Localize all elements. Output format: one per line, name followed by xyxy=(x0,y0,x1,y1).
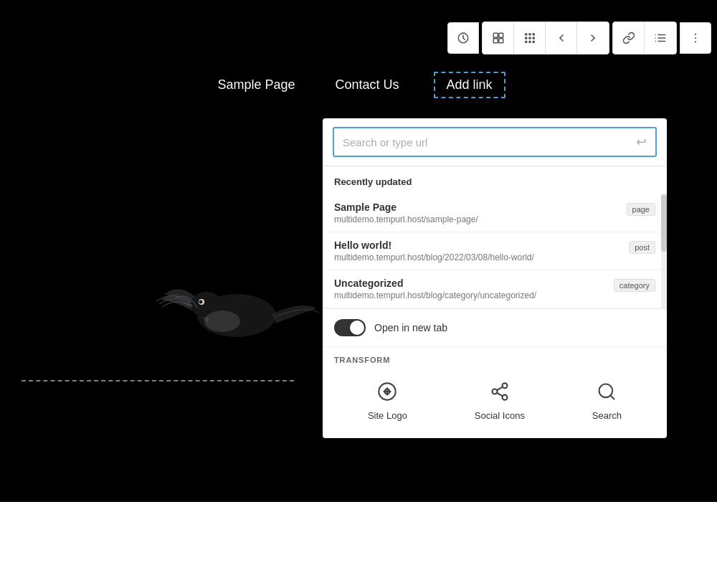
svg-point-20 xyxy=(528,41,530,42)
link-list-container: Sample Page multidemo.tempurl.host/sampl… xyxy=(323,194,667,308)
site-logo-label: Site Logo xyxy=(368,410,407,421)
section-title: Recently updated xyxy=(334,176,655,187)
nav-add-link[interactable]: Add link xyxy=(434,72,505,98)
list-icon-btn[interactable] xyxy=(645,22,676,54)
transform-search[interactable]: Search xyxy=(578,373,636,427)
list-item[interactable]: Sample Page multidemo.tempurl.host/sampl… xyxy=(323,194,667,232)
link-icon-btn[interactable] xyxy=(613,22,645,54)
dashed-line xyxy=(22,380,294,381)
svg-point-3 xyxy=(199,300,203,304)
toolbar xyxy=(447,22,711,54)
url-search-input[interactable] xyxy=(343,136,636,148)
scrollbar-track xyxy=(661,194,667,308)
svg-point-4 xyxy=(204,310,240,332)
svg-point-17 xyxy=(528,37,530,39)
forward-icon-btn[interactable] xyxy=(577,22,609,54)
open-new-tab-toggle[interactable] xyxy=(334,319,366,336)
scrollbar-thumb[interactable] xyxy=(661,194,667,252)
list-item[interactable]: Uncategorized multidemo.tempurl.host/blo… xyxy=(323,270,667,308)
svg-point-29 xyxy=(695,37,696,39)
timer-toolbar-btn[interactable] xyxy=(447,22,479,54)
nav-toolbar-group xyxy=(482,22,609,54)
link-title: Hello world! xyxy=(334,240,622,251)
link-badge: page xyxy=(627,203,655,216)
more-options-btn[interactable] xyxy=(680,22,711,54)
transform-social-icons[interactable]: Social Icons xyxy=(460,373,539,427)
svg-point-16 xyxy=(525,37,526,39)
svg-rect-12 xyxy=(498,39,503,43)
search-transform-icon xyxy=(594,379,619,404)
link-info: Sample Page multidemo.tempurl.host/sampl… xyxy=(334,201,619,224)
transform-title: TRANSFORM xyxy=(334,356,655,364)
block-icon-btn[interactable] xyxy=(483,22,514,54)
svg-rect-10 xyxy=(498,33,503,37)
transform-section: TRANSFORM Site Logo xyxy=(323,346,667,438)
svg-point-14 xyxy=(528,34,530,35)
nav-bar: Sample Page Contact Us Add link xyxy=(0,72,717,98)
svg-line-39 xyxy=(497,387,503,391)
social-icons-label: Social Icons xyxy=(475,410,525,421)
link-info: Uncategorized multidemo.tempurl.host/blo… xyxy=(334,278,607,300)
link-list: Sample Page multidemo.tempurl.host/sampl… xyxy=(323,194,667,308)
svg-line-7 xyxy=(463,38,465,39)
social-icons-icon xyxy=(487,379,513,404)
svg-point-19 xyxy=(525,41,526,42)
transform-items: Site Logo Social Icons xyxy=(334,373,655,438)
toggle-knob xyxy=(350,321,364,335)
return-icon: ↩ xyxy=(636,134,647,150)
svg-point-15 xyxy=(533,34,534,35)
white-bottom-section xyxy=(0,502,717,588)
svg-point-13 xyxy=(525,34,526,35)
list-item[interactable]: Hello world! multidemo.tempurl.host/blog… xyxy=(323,232,667,270)
back-icon-btn[interactable] xyxy=(546,22,577,54)
nav-sample-page[interactable]: Sample Page xyxy=(212,73,300,97)
link-title: Sample Page xyxy=(334,201,619,213)
link-title: Uncategorized xyxy=(334,278,607,289)
svg-rect-11 xyxy=(493,39,498,43)
svg-line-38 xyxy=(497,393,503,397)
grid-icon-btn[interactable] xyxy=(514,22,546,54)
link-url: multidemo.tempurl.host/sample-page/ xyxy=(334,214,619,224)
search-input-wrapper[interactable]: ↩ xyxy=(333,127,657,157)
link-dropdown-panel: ↩ Recently updated Sample Page multidemo… xyxy=(323,118,667,438)
svg-point-21 xyxy=(533,41,534,42)
search-label: Search xyxy=(592,410,622,421)
action-toolbar-group xyxy=(612,22,677,54)
link-badge: category xyxy=(614,279,655,292)
link-url: multidemo.tempurl.host/blog/2022/03/08/h… xyxy=(334,252,622,262)
transform-site-logo[interactable]: Site Logo xyxy=(353,373,422,427)
svg-point-18 xyxy=(533,37,534,39)
site-logo-icon xyxy=(374,379,400,404)
link-info: Hello world! multidemo.tempurl.host/blog… xyxy=(334,240,622,262)
nav-contact-us[interactable]: Contact Us xyxy=(329,73,404,97)
svg-point-28 xyxy=(695,34,696,35)
toggle-section: Open in new tab xyxy=(323,308,667,346)
svg-point-30 xyxy=(695,41,696,42)
search-section: ↩ xyxy=(323,118,667,166)
svg-line-41 xyxy=(611,395,614,399)
toggle-label: Open in new tab xyxy=(374,322,447,333)
bird-illustration xyxy=(143,237,330,394)
link-url: multidemo.tempurl.host/blog/category/unc… xyxy=(334,290,607,300)
svg-rect-9 xyxy=(493,33,498,37)
recently-updated-section: Recently updated xyxy=(323,166,667,187)
link-badge: post xyxy=(629,241,655,254)
